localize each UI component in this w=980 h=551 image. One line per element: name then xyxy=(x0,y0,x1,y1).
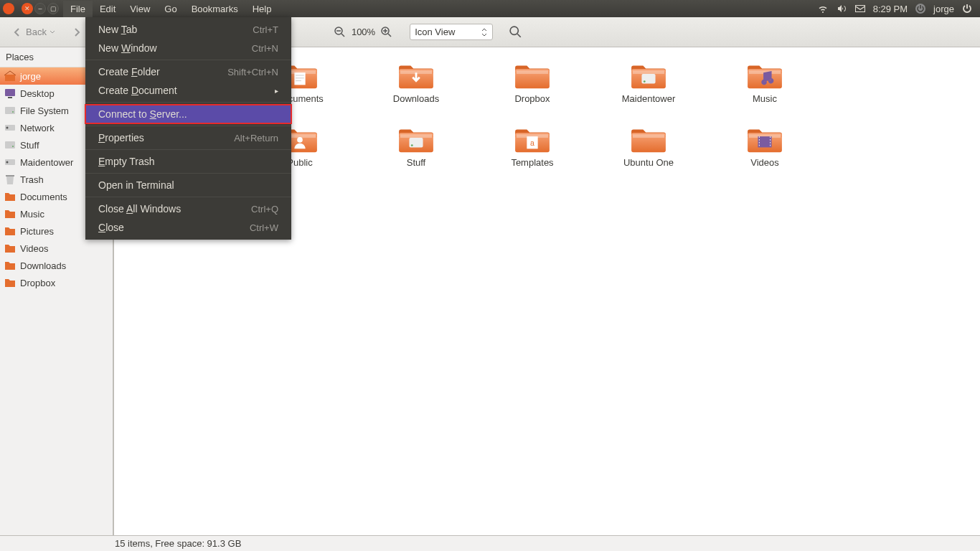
disk-icon xyxy=(4,105,16,116)
menu-shortcut: Ctrl+W xyxy=(250,222,278,233)
svg-point-12 xyxy=(12,146,14,147)
volume-icon[interactable] xyxy=(836,3,847,14)
sidebar-item-label: Stuff xyxy=(20,140,39,151)
menu-shortcut: Ctrl+Q xyxy=(251,204,278,215)
search-button[interactable] xyxy=(509,25,523,39)
folder-icon xyxy=(4,260,16,271)
mail-icon[interactable] xyxy=(854,3,866,14)
svg-rect-24 xyxy=(758,136,771,147)
statusbar-text: 15 items, Free space: 91.3 GB xyxy=(115,538,241,549)
window-minimize-button[interactable]: – xyxy=(34,3,46,14)
svg-point-8 xyxy=(12,111,14,113)
view-mode-label: Icon View xyxy=(415,27,455,37)
window-maximize-button[interactable]: ▢ xyxy=(47,3,59,14)
menu-item-properties[interactable]: PropertiesAlt+Return xyxy=(85,128,291,147)
folder-icon xyxy=(746,59,783,90)
folder-videos[interactable]: Videos xyxy=(710,120,820,171)
svg-point-3 xyxy=(510,27,518,34)
folder-label: Dropbox xyxy=(514,93,550,104)
svg-point-21 xyxy=(411,144,413,146)
sidebar-item-label: Trash xyxy=(20,174,44,185)
sidebar-item-videos[interactable]: Videos xyxy=(0,240,113,257)
zoom-level: 100% xyxy=(352,27,375,37)
menu-help[interactable]: Help xyxy=(245,1,279,17)
folder-icon: a xyxy=(514,123,551,154)
sidebar-item-label: Pictures xyxy=(20,226,54,237)
folder-templates[interactable]: aTemplates xyxy=(477,120,588,171)
menu-shortcut: Ctrl+T xyxy=(253,24,278,35)
menu-item-label: Close All Windows xyxy=(98,203,181,215)
clock[interactable]: 8:29 PM xyxy=(873,4,908,14)
menu-item-connect-to-server-[interactable]: Connect to Server... xyxy=(85,105,291,123)
sidebar-item-label: File System xyxy=(20,105,69,116)
power-icon[interactable] xyxy=(915,3,926,14)
menu-edit[interactable]: Edit xyxy=(93,1,123,17)
menu-bookmarks[interactable]: Bookmarks xyxy=(184,1,245,17)
svg-rect-16 xyxy=(294,72,305,85)
sidebar-item-dropbox[interactable]: Dropbox xyxy=(0,274,113,291)
sidebar-item-label: jorge xyxy=(20,71,41,82)
sidebar-item-downloads[interactable]: Downloads xyxy=(0,257,113,274)
menu-item-create-document[interactable]: Create Document▸ xyxy=(85,81,291,100)
folder-downloads[interactable]: Downloads xyxy=(361,56,471,107)
window-controls: ✕ – ▢ xyxy=(22,3,59,14)
folder-icon xyxy=(630,123,667,154)
menu-item-empty-trash[interactable]: Empty Trash xyxy=(85,152,291,171)
zoom-out-button[interactable] xyxy=(333,25,347,39)
svg-rect-15 xyxy=(6,175,14,176)
menu-item-create-folder[interactable]: Create FolderShift+Ctrl+N xyxy=(85,62,291,81)
menu-go[interactable]: Go xyxy=(157,1,184,17)
menu-item-open-in-terminal[interactable]: Open in Terminal xyxy=(85,176,291,194)
menu-file[interactable]: File xyxy=(63,1,93,17)
view-mode-select[interactable]: Icon View xyxy=(410,24,493,40)
menu-item-label: Empty Trash xyxy=(98,156,155,167)
sidebar-item-label: Downloads xyxy=(20,260,66,271)
svg-rect-6 xyxy=(8,97,12,98)
back-label: Back xyxy=(26,27,47,37)
svg-point-19 xyxy=(297,137,303,143)
sidebar-header-label: Places xyxy=(6,52,34,62)
folder-icon xyxy=(397,59,435,90)
folder-stuff[interactable]: Stuff xyxy=(361,120,471,171)
sidebar-item-label: Documents xyxy=(20,192,67,202)
folder-maidentower[interactable]: Maidentower xyxy=(593,56,704,107)
folder-dropbox[interactable]: Dropbox xyxy=(477,56,588,107)
svg-point-14 xyxy=(6,161,9,164)
ubuntu-logo-icon[interactable] xyxy=(0,0,17,17)
folder-icon xyxy=(630,59,667,90)
user-name[interactable]: jorge xyxy=(933,4,954,14)
statusbar: 15 items, Free space: 91.3 GB xyxy=(0,535,980,551)
menu-view[interactable]: View xyxy=(123,1,157,17)
menu-item-new-window[interactable]: New WindowCtrl+N xyxy=(85,39,291,57)
wifi-icon[interactable] xyxy=(817,3,829,14)
session-icon[interactable] xyxy=(961,3,973,14)
menu-item-label: Open in Terminal xyxy=(98,179,174,191)
network-icon xyxy=(4,156,16,168)
folder-music[interactable]: Music xyxy=(710,56,820,107)
folder-label: Stuff xyxy=(407,157,426,168)
dropbox-icon xyxy=(4,277,16,288)
menu-item-close-all-windows[interactable]: Close All WindowsCtrl+Q xyxy=(85,199,291,218)
window-close-button[interactable]: ✕ xyxy=(22,3,33,14)
home-icon xyxy=(4,70,16,82)
folder-icon xyxy=(4,225,16,237)
menu-item-label: Properties xyxy=(98,132,144,143)
folder-ubuntu-one[interactable]: Ubuntu One xyxy=(593,120,704,171)
desktop-icon xyxy=(4,88,16,99)
svg-point-10 xyxy=(6,127,9,129)
svg-rect-5 xyxy=(5,89,15,96)
svg-rect-4 xyxy=(5,75,15,81)
disk-icon xyxy=(4,139,16,151)
folder-icon xyxy=(4,242,16,254)
sidebar-item-label: Music xyxy=(20,209,44,220)
menu-item-close[interactable]: CloseCtrl+W xyxy=(85,218,291,237)
back-button[interactable]: Back xyxy=(6,24,61,41)
menu-item-label: New Window xyxy=(98,42,157,54)
menu-shortcut: Ctrl+N xyxy=(252,43,278,54)
trash-icon xyxy=(4,174,16,185)
zoom-in-button[interactable] xyxy=(380,25,394,39)
folder-label: Maidentower xyxy=(622,93,675,104)
folder-label: Templates xyxy=(511,157,553,168)
file-menu-dropdown: New TabCtrl+TNew WindowCtrl+NCreate Fold… xyxy=(85,17,291,240)
menu-item-new-tab[interactable]: New TabCtrl+T xyxy=(85,20,291,39)
